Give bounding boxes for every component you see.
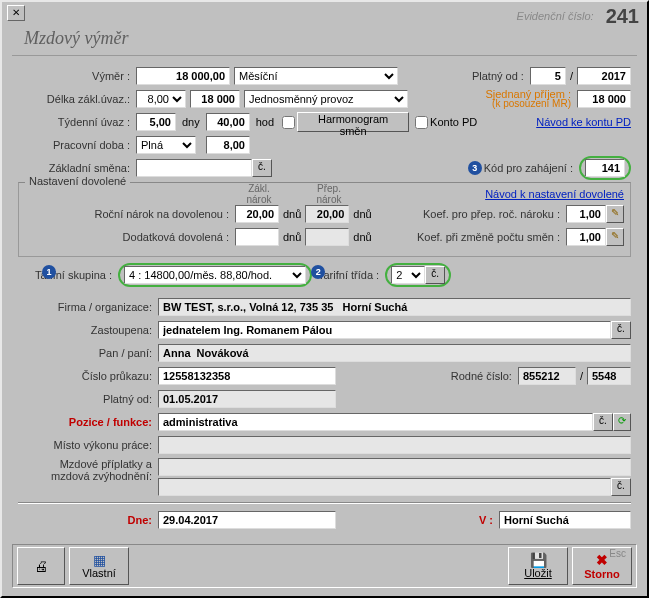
koef-prep-edit-icon[interactable]: ✎ [606, 205, 624, 223]
close-icon[interactable]: ✕ [7, 5, 25, 21]
record-number-label: Evidenční číslo: [517, 10, 594, 22]
prac-doba-hours[interactable] [206, 136, 250, 154]
tydenni-days[interactable] [136, 113, 176, 131]
rc-part1 [518, 367, 576, 385]
vymer-label: Výměr : [18, 70, 136, 82]
tarif-skupina-highlight: 4 : 14800,00/měs. 88,80/hod. [118, 263, 312, 287]
pozice-refresh-icon[interactable]: ⟳ [613, 413, 631, 431]
tarif-skupina-label: 1 Tarifní skupina : [18, 269, 118, 281]
pan-field [158, 344, 631, 362]
provoz-select[interactable]: Jednosměnný provoz [244, 90, 408, 108]
delka-select[interactable]: 8,00 [136, 90, 186, 108]
tarif-trida-lookup[interactable]: č. [425, 266, 445, 284]
priplatky-field-2 [158, 478, 611, 496]
pan-label: Pan / paní: [18, 347, 158, 359]
priplatky-label-1: Mzdové příplatky a [18, 458, 152, 470]
dnu-label-2: dnů [349, 208, 375, 220]
rc-part2 [587, 367, 631, 385]
zakl-smena-label: Základní směna: [18, 162, 136, 174]
valid-from-label: Platný od : [472, 70, 530, 82]
harmonogram-checkbox[interactable] [282, 116, 295, 129]
sjednany-sub: (k posouzení MR) [485, 99, 571, 109]
badge-3: 3 [468, 161, 482, 175]
page-title: Mzdový výměr [24, 28, 128, 48]
save-button[interactable]: 💾 Uložit [508, 547, 568, 585]
prep-narok-hdr: Přep. nárok [305, 183, 353, 205]
record-number-value: 241 [606, 5, 639, 28]
zast-lookup[interactable]: č. [611, 321, 631, 339]
rocni-zakl[interactable] [235, 205, 279, 223]
priplatky-field-1 [158, 458, 631, 476]
konto-label: Konto PD [430, 116, 477, 128]
dodat-zakl[interactable] [235, 228, 279, 246]
dodat-label: Dodatková dovolená : [25, 231, 235, 243]
zakl-narok-hdr: Zákl. nárok [235, 183, 283, 205]
konto-checkbox[interactable] [415, 116, 428, 129]
vymer-period-select[interactable]: Měsíční [234, 67, 398, 85]
v-label: V : [479, 514, 499, 526]
badge-1: 1 [42, 265, 56, 279]
wage-form-window: ✕ Evidenční číslo: 241 Mzdový výměr Výmě… [0, 0, 649, 598]
hod-label: hod [250, 116, 280, 128]
koef-prep-input[interactable] [566, 205, 606, 223]
save-icon: 💾 [530, 553, 547, 567]
close-red-icon: ✖ [596, 552, 608, 568]
rocni-prep [305, 205, 349, 223]
prukaz-label: Číslo průkazu: [18, 370, 158, 382]
dnu-label-1: dnů [279, 208, 305, 220]
dne-field[interactable] [158, 511, 336, 529]
delka-label: Délka zákl.úvaz.: [18, 93, 136, 105]
vacation-legend: Nastavení dovolené [25, 175, 130, 187]
vacation-fieldset: Nastavení dovolené Zákl. nárok Přep. nár… [18, 182, 631, 257]
priplatky-lookup[interactable]: č. [611, 478, 631, 496]
sjednany-value[interactable] [577, 90, 631, 108]
prac-doba-select[interactable]: Plná [136, 136, 196, 154]
rc-sep: / [576, 370, 587, 382]
dnu-label-4: dnů [349, 231, 375, 243]
tarif-skupina-select[interactable]: 4 : 14800,00/měs. 88,80/hod. [124, 266, 306, 284]
prukaz-field[interactable] [158, 367, 336, 385]
doc-icon: ▦ [93, 553, 106, 567]
print-button[interactable]: 🖨 [17, 547, 65, 585]
firma-label: Firma / organizace: [18, 301, 158, 313]
konto-guide-link[interactable]: Návod ke kontu PD [536, 116, 631, 128]
koef-zmen-input[interactable] [566, 228, 606, 246]
tarif-trida-select[interactable]: 2 [391, 266, 425, 284]
tydenni-hours[interactable] [206, 113, 250, 131]
platny-od-label: Platný od: [18, 393, 158, 405]
kod-zahajeni-input[interactable] [585, 159, 625, 177]
valid-from-sep: / [566, 70, 577, 82]
esc-hint: Esc [609, 548, 626, 559]
dnu-label-3: dnů [279, 231, 305, 243]
tydenni-label: Týdenní úvaz : [18, 116, 136, 128]
v-field[interactable] [499, 511, 631, 529]
delka-amount[interactable] [190, 90, 240, 108]
koef-zmen-label: Koef. při změně počtu směn : [417, 231, 566, 243]
koef-zmen-edit-icon[interactable]: ✎ [606, 228, 624, 246]
zast-field[interactable] [158, 321, 611, 339]
valid-from-year[interactable] [577, 67, 631, 85]
dodat-prep [305, 228, 349, 246]
pozice-lookup[interactable]: č. [593, 413, 613, 431]
vlastni-button[interactable]: ▦ Vlastní [69, 547, 129, 585]
priplatky-label-2: mzdová zvýhodnění: [18, 470, 152, 482]
prac-doba-label: Pracovní doba : [18, 139, 136, 151]
rocni-narok-label: Roční nárok na dovolenou : [25, 208, 235, 220]
zakl-smena-input[interactable] [136, 159, 252, 177]
valid-from-month[interactable] [530, 67, 566, 85]
zakl-smena-lookup[interactable]: č. [252, 159, 272, 177]
pozice-field[interactable] [158, 413, 593, 431]
kod-zahajeni-label: Kód pro zahájení : [484, 162, 579, 174]
zast-label: Zastoupena: [18, 324, 158, 336]
misto-label: Místo výkonu práce: [18, 439, 158, 451]
vacation-guide-link[interactable]: Návod k nastavení dovolené [485, 188, 624, 200]
tarif-trida-highlight: 2 č. [385, 263, 451, 287]
rc-label: Rodné číslo: [451, 370, 518, 382]
printer-icon: 🖨 [34, 559, 48, 573]
vymer-amount[interactable] [136, 67, 230, 85]
firma-field [158, 298, 631, 316]
tarif-trida-label: 2 Tarifní třída : [318, 269, 385, 281]
koef-prep-label: Koef. pro přep. roč. nároku : [423, 208, 566, 220]
harmonogram-button[interactable]: Harmonogram směn [297, 112, 409, 132]
pozice-label: Pozice / funkce: [18, 416, 158, 428]
